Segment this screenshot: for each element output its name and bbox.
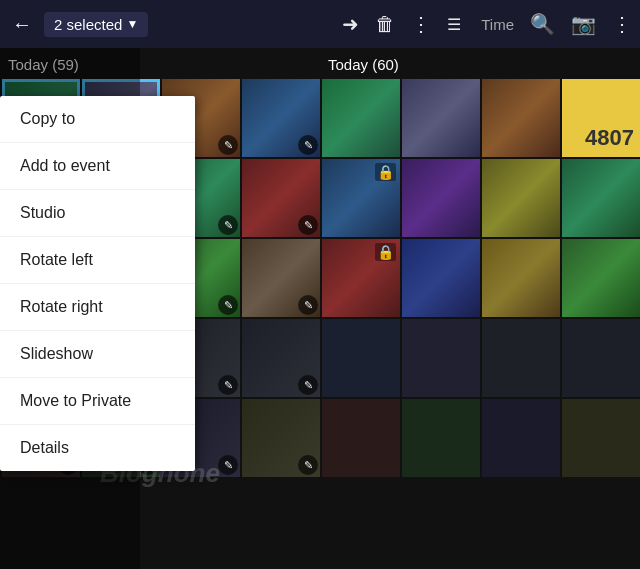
right-thumb-18[interactable]: [402, 399, 480, 477]
right-thumb-16[interactable]: [562, 319, 640, 397]
share-button[interactable]: ➜: [342, 12, 359, 36]
right-thumb-9[interactable]: 🔒: [322, 239, 400, 317]
right-thumb-10[interactable]: [402, 239, 480, 317]
menu-item-move-to-private[interactable]: Move to Private: [0, 378, 195, 425]
time-label: Time: [481, 16, 514, 33]
right-thumb-15[interactable]: [482, 319, 560, 397]
edit-icon-19: ✎: [218, 455, 238, 475]
gallery-area: Today (59) ✓ ✎ ✓ ✎ ✎ ✎ ✎: [0, 48, 640, 569]
menu-item-details[interactable]: Details: [0, 425, 195, 471]
top-bar-left: ← 2 selected ▼: [8, 9, 334, 40]
back-button[interactable]: ←: [8, 9, 36, 40]
lock-icon-1: 🔒: [375, 163, 396, 181]
right-panel: Today (60) 4807 🔒 🔒: [320, 48, 640, 569]
right-thumb-6[interactable]: [402, 159, 480, 237]
edit-icon-16: ✎: [298, 375, 318, 395]
edit-icon-11: ✎: [218, 295, 238, 315]
top-bar: ← 2 selected ▼ ➜ 🗑 ⋮ ☰ Time 🔍 📷 ⋮: [0, 0, 640, 48]
context-menu: Copy to Add to event Studio Rotate left …: [0, 96, 195, 471]
edit-icon-8: ✎: [298, 215, 318, 235]
edit-icon-3: ✎: [218, 135, 238, 155]
selected-count-label: 2 selected: [54, 16, 122, 33]
thumb-16[interactable]: ✎: [242, 319, 320, 397]
camera-button[interactable]: 📷: [571, 12, 596, 36]
search-button[interactable]: 🔍: [530, 12, 555, 36]
menu-item-slideshow[interactable]: Slideshow: [0, 331, 195, 378]
right-thumb-3[interactable]: [482, 79, 560, 157]
right-thumb-5[interactable]: 🔒: [322, 159, 400, 237]
edit-icon-20: ✎: [298, 455, 318, 475]
menu-item-copy-to[interactable]: Copy to: [0, 96, 195, 143]
edit-icon-12: ✎: [298, 295, 318, 315]
right-thumb-19[interactable]: [482, 399, 560, 477]
right-thumb-4[interactable]: 4807: [562, 79, 640, 157]
menu-item-rotate-right[interactable]: Rotate right: [0, 284, 195, 331]
dropdown-arrow-icon: ▼: [126, 17, 138, 31]
right-thumb-12[interactable]: [562, 239, 640, 317]
menu-item-rotate-left[interactable]: Rotate left: [0, 237, 195, 284]
overflow-button[interactable]: ⋮: [612, 12, 632, 36]
thumb-4[interactable]: ✎: [242, 79, 320, 157]
right-section-title: Today (60): [320, 48, 640, 77]
more-options-button[interactable]: ⋮: [411, 12, 431, 36]
right-thumb-20[interactable]: [562, 399, 640, 477]
edit-icon-15: ✎: [218, 375, 238, 395]
delete-button[interactable]: 🗑: [375, 13, 395, 36]
thumb-12[interactable]: ✎: [242, 239, 320, 317]
thumb-20[interactable]: ✎: [242, 399, 320, 477]
right-thumb-grid: 4807 🔒 🔒: [320, 77, 640, 479]
right-thumb-17[interactable]: [322, 399, 400, 477]
left-section-title: Today (59): [0, 48, 320, 77]
right-thumb-11[interactable]: [482, 239, 560, 317]
menu-item-studio[interactable]: Studio: [0, 190, 195, 237]
view-menu-icon: ☰: [447, 15, 461, 34]
thumb-8[interactable]: ✎: [242, 159, 320, 237]
menu-item-add-to-event[interactable]: Add to event: [0, 143, 195, 190]
number-badge: 4807: [585, 125, 634, 151]
edit-icon-4: ✎: [298, 135, 318, 155]
right-thumb-14[interactable]: [402, 319, 480, 397]
right-thumb-13[interactable]: [322, 319, 400, 397]
right-thumb-7[interactable]: [482, 159, 560, 237]
selected-badge: 2 selected ▼: [44, 12, 148, 37]
lock-icon-2: 🔒: [375, 243, 396, 261]
right-thumb-8[interactable]: [562, 159, 640, 237]
right-thumb-1[interactable]: [322, 79, 400, 157]
top-bar-actions: ➜ 🗑 ⋮ ☰ Time 🔍 📷 ⋮: [342, 12, 632, 36]
right-thumb-2[interactable]: [402, 79, 480, 157]
edit-icon-7: ✎: [218, 215, 238, 235]
